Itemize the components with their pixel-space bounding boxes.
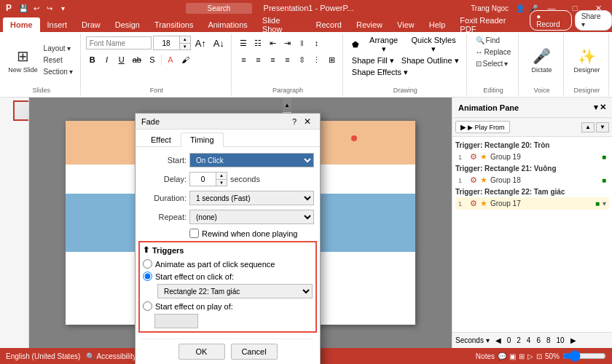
view-normal-button[interactable]: ▣ bbox=[509, 352, 516, 360]
tab-help[interactable]: Help bbox=[422, 17, 453, 32]
duration-select[interactable]: 1 seconds (Fast) 0.5 seconds (Very Fast)… bbox=[189, 191, 314, 205]
slide-thumbnail[interactable] bbox=[13, 100, 29, 121]
radio-click[interactable] bbox=[143, 272, 152, 281]
bullets-button[interactable]: ☰ bbox=[237, 38, 250, 49]
click-of-select[interactable]: Rectangle 22: Tam giác Rectangle 20: Trò… bbox=[157, 284, 313, 298]
dialog-close-button[interactable]: ✕ bbox=[301, 116, 314, 127]
dialog-tab-effect[interactable]: Effect bbox=[141, 132, 181, 146]
line-spacing-button[interactable]: ↕ bbox=[310, 38, 323, 48]
font-name-input[interactable] bbox=[86, 36, 152, 50]
decrease-indent-button[interactable]: ⇤ bbox=[266, 38, 279, 49]
select-button[interactable]: ⊡ Select ▾ bbox=[473, 58, 511, 69]
strikethrough-button[interactable]: ab bbox=[130, 55, 144, 65]
tab-home[interactable]: Home bbox=[3, 17, 40, 32]
new-slide-button[interactable]: ⊞ New Slide bbox=[7, 39, 39, 82]
share-button[interactable]: Share ▾ bbox=[575, 10, 612, 31]
move-down-button[interactable]: ▼ bbox=[596, 122, 609, 132]
tab-foxit[interactable]: Foxit Reader PDF bbox=[452, 17, 530, 32]
play-from-button[interactable]: ▶ ▶ Play From bbox=[455, 121, 510, 133]
radio-play[interactable] bbox=[143, 301, 152, 311]
view-reading-button[interactable]: ▷ bbox=[527, 352, 533, 360]
find-button[interactable]: 🔍 Find bbox=[473, 35, 503, 46]
font-size-up[interactable]: ▲ bbox=[180, 36, 190, 43]
delay-input[interactable] bbox=[189, 172, 216, 186]
timeline-left-nav[interactable]: ◀ bbox=[495, 336, 501, 344]
pane-collapse[interactable]: ▾ bbox=[594, 103, 598, 112]
tab-design[interactable]: Design bbox=[108, 17, 147, 32]
bold-button[interactable]: B bbox=[86, 55, 99, 65]
tab-slideshow[interactable]: Slide Show bbox=[255, 17, 309, 32]
tab-animations[interactable]: Animations bbox=[200, 17, 254, 32]
dialog-help-button[interactable]: ? bbox=[289, 117, 299, 126]
dictate-button[interactable]: 🎤 Dictate bbox=[525, 39, 557, 82]
search-bar[interactable]: Search bbox=[186, 3, 253, 14]
user-icon[interactable]: 👤 bbox=[514, 2, 526, 14]
shape-fill-button[interactable]: Shape Fill ▾ bbox=[349, 55, 397, 66]
record-button[interactable]: ● Record bbox=[530, 10, 572, 31]
section-button[interactable]: Section ▾ bbox=[41, 66, 76, 77]
rewind-checkbox[interactable] bbox=[189, 229, 199, 238]
view-sorter-button[interactable]: ⊞ bbox=[519, 352, 525, 360]
align-center-button[interactable]: ≡ bbox=[251, 55, 264, 65]
layout-button[interactable]: Layout ▾ bbox=[41, 43, 76, 54]
move-up-button[interactable]: ▲ bbox=[581, 122, 595, 132]
anim-item-1[interactable]: 1 ⚙ ★ Group 19 ■ bbox=[455, 151, 609, 163]
increase-font-button[interactable]: A↑ bbox=[192, 37, 209, 50]
radio-sequence[interactable] bbox=[143, 259, 152, 269]
delay-up[interactable]: ▲ bbox=[216, 173, 227, 179]
tab-transitions[interactable]: Transitions bbox=[147, 17, 200, 32]
font-size-down[interactable]: ▼ bbox=[180, 43, 190, 50]
align-right-button[interactable]: ≡ bbox=[266, 55, 279, 65]
font-size-input[interactable] bbox=[153, 36, 179, 50]
tab-draw[interactable]: Draw bbox=[74, 17, 108, 32]
repeat-select[interactable]: (none) 2 3 Until Next Click bbox=[189, 210, 314, 224]
text-highlight-button[interactable]: 🖌 bbox=[178, 55, 192, 65]
customize-icon[interactable]: ▾ bbox=[57, 2, 68, 14]
tab-view[interactable]: View bbox=[390, 17, 422, 32]
view-slideshow-button[interactable]: ⊡ bbox=[536, 352, 542, 360]
shapes-button[interactable]: ⬟ bbox=[349, 39, 362, 50]
tab-insert[interactable]: Insert bbox=[40, 17, 75, 32]
play-of-input[interactable] bbox=[154, 314, 198, 328]
timeline-right-nav[interactable]: ▶ bbox=[570, 336, 576, 344]
scroll-up[interactable]: ▲ bbox=[283, 98, 291, 112]
decrease-font-button[interactable]: A↓ bbox=[211, 37, 227, 50]
columns-button[interactable]: ⫴ bbox=[295, 38, 308, 49]
ok-button[interactable]: OK bbox=[178, 344, 225, 360]
shape-effects-button[interactable]: Shape Effects ▾ bbox=[349, 67, 411, 78]
italic-button[interactable]: I bbox=[101, 55, 114, 65]
undo-icon[interactable]: ↩ bbox=[31, 2, 42, 14]
shadow-button[interactable]: S bbox=[146, 55, 159, 65]
numbering-button[interactable]: ☷ bbox=[251, 38, 264, 49]
increase-indent-button[interactable]: ⇥ bbox=[280, 38, 294, 49]
fade-dialog[interactable]: Fade ? ✕ Effect Timing Start: On Click W… bbox=[135, 113, 321, 364]
underline-button[interactable]: U bbox=[115, 55, 128, 65]
seconds-label[interactable]: Seconds ▾ bbox=[455, 336, 490, 344]
reset-button[interactable]: Reset bbox=[41, 55, 76, 66]
shape-outline-button[interactable]: Shape Outline ▾ bbox=[399, 55, 462, 66]
arrange-button[interactable]: Arrange ▾ bbox=[364, 35, 404, 55]
notes-button[interactable]: Notes bbox=[476, 352, 495, 360]
quick-styles-button[interactable]: Quick Styles ▾ bbox=[405, 35, 461, 55]
align-text-button[interactable]: ⋮ bbox=[310, 55, 323, 66]
start-select[interactable]: On Click With Previous After Previous bbox=[189, 153, 314, 167]
replace-button[interactable]: ↔ Replace bbox=[473, 47, 514, 58]
justify-button[interactable]: ≡ bbox=[280, 55, 294, 65]
designer-button[interactable]: ✨ Designer bbox=[570, 39, 603, 82]
comments-button[interactable]: 💬 bbox=[498, 352, 506, 360]
anim-item-2[interactable]: 1 ⚙ ★ Group 18 ■ bbox=[455, 174, 609, 186]
tab-review[interactable]: Review bbox=[349, 17, 390, 32]
redo-icon[interactable]: ↪ bbox=[44, 2, 55, 14]
anim-dropdown-3[interactable]: ▾ bbox=[603, 199, 606, 207]
font-color-button[interactable]: A bbox=[164, 55, 177, 65]
zoom-slider[interactable] bbox=[562, 350, 606, 362]
save-icon[interactable]: 💾 bbox=[17, 2, 29, 14]
anim-item-3[interactable]: 1 ⚙ ★ Group 17 ■ ▾ bbox=[455, 197, 609, 210]
tab-record[interactable]: Record bbox=[309, 17, 349, 32]
cancel-button[interactable]: Cancel bbox=[231, 344, 278, 360]
smartart-button[interactable]: ⊞ bbox=[325, 55, 338, 66]
dialog-tab-timing[interactable]: Timing bbox=[181, 132, 224, 147]
align-left-button[interactable]: ≡ bbox=[237, 55, 250, 65]
delay-down[interactable]: ▼ bbox=[216, 179, 227, 186]
text-direction-button[interactable]: ⇳ bbox=[295, 55, 308, 66]
